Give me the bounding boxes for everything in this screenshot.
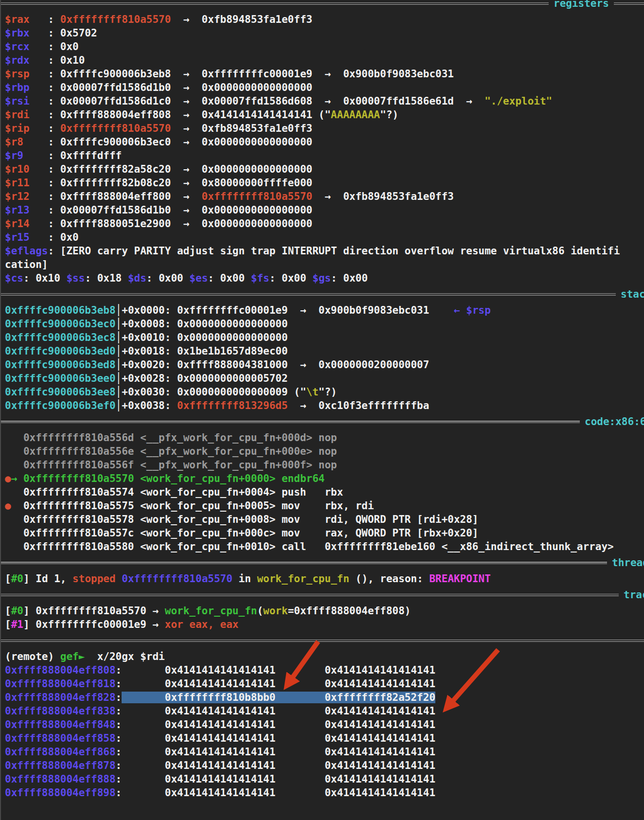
text-segment: (remote) bbox=[5, 651, 54, 662]
text-segment: : bbox=[30, 82, 60, 93]
text-segment: 0xffff8880051e2900 bbox=[60, 218, 171, 230]
text-segment: $r9 bbox=[5, 150, 23, 161]
text-segment: 0xffffc900006b3ee0 bbox=[5, 373, 116, 384]
text-segment: cation] bbox=[5, 259, 48, 270]
text-segment: 0x0 bbox=[60, 232, 79, 243]
text-segment: : 0x18 bbox=[85, 272, 128, 284]
text-segment: 0xc10f3effffffffba bbox=[319, 400, 429, 411]
text-segment: : bbox=[23, 136, 60, 148]
text-segment: 0xffffc900006b3eb8 bbox=[60, 68, 171, 80]
text-segment: 0xffffffff810a557c <work_for_cpu_fn+000c… bbox=[5, 527, 479, 539]
text-segment: → bbox=[146, 619, 165, 630]
text-segment: 0xffff888004eff800 bbox=[60, 191, 171, 202]
text-segment: : bbox=[30, 191, 60, 202]
text-segment: #0 bbox=[11, 605, 23, 617]
text-segment: 0xffffffff810a5578 <work_for_cpu_fn+0008… bbox=[5, 514, 479, 525]
text-segment: : bbox=[30, 177, 60, 189]
registers-section: $rax : 0xffffffff810a5570 → 0xfb894853fa… bbox=[1, 13, 644, 285]
register-row-r10: $r10 : 0xffffffff82a58c20 → 0x0000000000… bbox=[1, 162, 644, 176]
text-segment: → bbox=[171, 204, 201, 216]
thread-row: [#0] Id 1, stopped 0xffffffff810a5570 in… bbox=[1, 572, 644, 586]
text-segment: +0x0038: bbox=[122, 400, 177, 411]
code-row-current: ●→ 0xffffffff810a5570 <work_for_cpu_fn+0… bbox=[1, 472, 644, 485]
text-segment: : bbox=[116, 705, 122, 717]
text-segment: → bbox=[171, 95, 201, 107]
text-segment: 0xffffffff810a5570 bbox=[36, 605, 146, 617]
text-segment: : bbox=[30, 123, 60, 134]
register-row-rbx: $rbx : 0x5702 bbox=[1, 26, 644, 40]
text-segment: : bbox=[30, 41, 60, 53]
text-segment: → bbox=[312, 68, 343, 80]
threads-divider: threads bbox=[1, 553, 644, 572]
register-row-r8: $r8 : 0xffffc900006b3ec0 → 0x00000000000… bbox=[1, 135, 644, 149]
divider-line bbox=[1, 562, 607, 564]
register-row-r15: $r15 : 0x0 bbox=[1, 231, 644, 244]
stack-row: 0xffffc900006b3eb8│+0x0000: 0xffffffffc0… bbox=[1, 303, 644, 317]
text-segment: 0x4141414141414141 0x4141414141414141 bbox=[122, 773, 435, 785]
code-row: 0xffffffff810a5574 <work_for_cpu_fn+0004… bbox=[1, 485, 644, 499]
text-segment: 0xffffc900006b3ee8 bbox=[5, 386, 116, 398]
text-segment: $r10 bbox=[5, 163, 30, 175]
prompt-section[interactable]: (remote) gef► x/20gx $rdi bbox=[1, 650, 644, 663]
text-segment: 0x4141414141414141 0x4141414141414141 bbox=[122, 732, 435, 744]
text-segment: AAAAAAAA bbox=[331, 109, 380, 121]
stack-row: 0xffffc900006b3ec8│+0x0010: 0x0000000000… bbox=[1, 331, 644, 344]
text-segment: 0xffffffff810a5574 <work_for_cpu_fn+0004… bbox=[5, 486, 343, 498]
text-segment: $r11 bbox=[5, 177, 30, 189]
gef-debugger-terminal[interactable]: registers$rax : 0xffffffff810a5570 → 0xf… bbox=[0, 0, 644, 820]
section-label-registers: registers bbox=[549, 0, 614, 10]
text-segment: : bbox=[23, 150, 60, 161]
register-row-r13: $r13 : 0x00007ffd1586d1b0 → 0x0000000000… bbox=[1, 203, 644, 217]
text-segment: 0xffff888004eff888 bbox=[5, 773, 116, 785]
text-segment: 0xffffffff810a5570 <work_for_cpu_fn+0000… bbox=[23, 473, 325, 484]
text-segment: $eflags bbox=[5, 245, 48, 257]
text-segment: $r13 bbox=[5, 204, 30, 216]
text-segment: $rsi bbox=[5, 95, 30, 107]
stack-row: 0xffffc900006b3ed0│+0x0018: 0x1be1b1657d… bbox=[1, 344, 644, 358]
text-segment: PARITY bbox=[134, 245, 171, 257]
text-segment: work_for_cpu_fn bbox=[165, 605, 257, 617]
text-segment: ] Id 1, bbox=[23, 573, 72, 585]
gef-prompt-line[interactable]: (remote) gef► x/20gx $rdi bbox=[1, 650, 644, 663]
text-segment bbox=[429, 304, 454, 316]
text-segment: 0x0000000000000000 bbox=[202, 204, 313, 216]
text-segment: : bbox=[30, 95, 60, 107]
memory-row: 0xffff888004eff898: 0x4141414141414141 0… bbox=[1, 786, 644, 800]
text-segment: adjust sign trap bbox=[171, 245, 282, 257]
text-segment: → bbox=[171, 218, 201, 230]
text-segment: 0xffff888004eff848 bbox=[5, 719, 116, 731]
text-segment: $r12 bbox=[5, 191, 30, 202]
text-segment: $r8 bbox=[5, 136, 23, 148]
register-row-rdi: $rdi : 0xffff888004eff808 → 0x4141414141… bbox=[1, 108, 644, 122]
text-segment: 0xffff888004eff858 bbox=[5, 732, 116, 744]
text-segment: +0x0000: bbox=[122, 304, 177, 316]
text-segment: → bbox=[146, 605, 165, 617]
text-segment: 0xffffffff82b08c20 bbox=[60, 177, 171, 189]
text-segment: → bbox=[171, 68, 201, 80]
text-segment: INTERRUPT bbox=[282, 245, 337, 257]
text-segment: : bbox=[30, 27, 60, 39]
memory-row: 0xffff888004eff858: 0x4141414141414141 0… bbox=[1, 731, 644, 745]
highlighted-value: 0xffffffff810b8bb0 0xffffffff82a52f20 bbox=[122, 692, 435, 703]
section-label-code-x86-64: code:x86:64 bbox=[580, 415, 644, 428]
text-segment: 0x00007ffd1586e61d bbox=[343, 95, 454, 107]
text-segment: "?) bbox=[319, 386, 337, 398]
text-segment: 0x00007ffd1586d1b0 bbox=[60, 204, 171, 216]
text-segment: │ bbox=[116, 386, 122, 398]
divider-line bbox=[1, 2, 549, 5]
text-segment: 0xffff888004eff878 bbox=[5, 760, 116, 771]
trace-row-0: [#0] 0xffffffff810a5570 → work_for_cpu_f… bbox=[1, 604, 644, 618]
register-row-r9: $r9 : 0xffffdfff bbox=[1, 149, 644, 162]
text-segment: $gs bbox=[312, 272, 331, 284]
text-segment: → bbox=[171, 191, 201, 202]
text-segment: $rdx bbox=[5, 54, 30, 66]
register-row-eflags: $eflags: [ZERO carry PARITY adjust sign … bbox=[1, 244, 644, 258]
text-segment: ZERO bbox=[66, 245, 91, 257]
register-row-r12: $r12 : 0xffff888004eff800 → 0xffffffff81… bbox=[1, 190, 644, 203]
stack-divider: stack bbox=[1, 285, 644, 303]
trace-divider: trace bbox=[1, 586, 644, 604]
text-segment: (" bbox=[312, 109, 331, 121]
text-segment: : bbox=[30, 163, 60, 175]
text-segment: 0x0000000000000000 bbox=[202, 136, 313, 148]
text-segment: 0x00007ffd1586d1b0 bbox=[60, 82, 171, 93]
